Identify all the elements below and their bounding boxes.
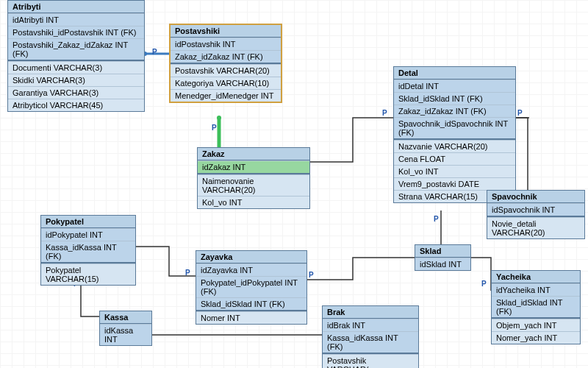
- entity-sklad[interactable]: Sklad idSklad INT: [415, 244, 471, 271]
- column-row: idSklad INT: [415, 258, 470, 270]
- entity-detal[interactable]: Detal idDetal INTSklad_idSklad INT (FK)Z…: [393, 66, 516, 203]
- column-row: Kassa_idKassa INT (FK): [41, 241, 135, 262]
- column-row: idAtribyti INT: [8, 13, 144, 26]
- column-row: Postavshiki_idPostavshik INT (FK): [8, 26, 144, 38]
- entity-title: Postavshiki: [171, 25, 281, 38]
- column-row: Sklad_idSklad INT (FK): [394, 92, 515, 105]
- p-label: P: [382, 109, 387, 117]
- column-row: Kol_vo INT: [394, 165, 515, 177]
- entity-title: Pokypatel: [41, 216, 135, 228]
- entity-zayavka[interactable]: Zayavka idZayavka INTPokypatel_idPokypat…: [196, 250, 307, 325]
- entity-title: Spavochnik: [487, 191, 584, 203]
- entity-kassa[interactable]: Kassa idKassa INT: [99, 311, 152, 346]
- entity-title: Kassa: [100, 311, 151, 324]
- entity-postavshiki[interactable]: Postavshiki idPostavshik INTZakaz_idZaka…: [169, 24, 282, 103]
- column-row: Sklad_idSklad INT (FK): [492, 296, 580, 317]
- p-label: P: [212, 124, 217, 132]
- column-row: Spavochnik_idSpavochnik INT (FK): [394, 117, 515, 138]
- column-row: Novie_detali VARCHAR(20): [487, 217, 584, 238]
- column-row: Zakaz_idZakaz INT (FK): [394, 105, 515, 117]
- column-row: idBrak INT: [323, 319, 418, 331]
- entity-spavochnik[interactable]: Spavochnik idSpavochnik INTNovie_detali …: [487, 190, 585, 239]
- p-label: P: [152, 48, 157, 56]
- column-row: Postavshik VARCHAR(...: [323, 354, 418, 368]
- column-row: Zakaz_idZakaz INT (FK): [171, 50, 281, 63]
- entity-brak[interactable]: Brak idBrak INTKassa_idKassa INT (FK)Pos…: [322, 305, 419, 368]
- column-row: Skidki VARCHAR(3): [8, 74, 144, 86]
- column-row: Nazvanie VARCHAR(20): [394, 140, 515, 152]
- column-row: idDetal INT: [394, 79, 515, 92]
- column-row: idSpavochnik INT: [487, 203, 584, 216]
- column-row: Documenti VARCHAR(3): [8, 61, 144, 74]
- column-row: Postavshik VARCHAR(20): [171, 64, 281, 77]
- column-row: Vrem9_postavki DATE: [394, 177, 515, 190]
- column-row: Kassa_idKassa INT (FK): [323, 331, 418, 353]
- column-row: idZakaz INT: [198, 160, 309, 173]
- entity-atribyti[interactable]: Atribyti idAtribyti INTPostavshiki_idPos…: [7, 0, 145, 112]
- column-row: Garantiya VARCHAR(3): [8, 86, 144, 99]
- p-label: P: [481, 280, 487, 288]
- entity-title: Sklad: [415, 245, 470, 258]
- column-row: Pokypatel VARCHAR(15): [41, 263, 135, 285]
- p-label: P: [517, 109, 523, 117]
- p-label: P: [185, 269, 190, 277]
- column-row: Cena FLOAT: [394, 152, 515, 165]
- entity-zakaz[interactable]: Zakaz idZakaz INTNaimenovanie VARCHAR(20…: [197, 147, 310, 209]
- p-label: P: [434, 215, 439, 223]
- p-label: P: [309, 271, 314, 279]
- column-row: Menedger_idMenedger INT: [171, 89, 281, 102]
- column-row: Naimenovanie VARCHAR(20): [198, 174, 309, 196]
- column-row: Nomer INT: [196, 311, 306, 324]
- column-row: Objem_yach INT: [492, 319, 580, 331]
- column-row: Pokypatel_idPokypatel INT (FK): [196, 276, 306, 297]
- column-row: Nomer_yach INT: [492, 331, 580, 344]
- entity-title: Yacheika: [492, 271, 580, 283]
- entity-yacheika[interactable]: Yacheika idYacheika INTSklad_idSklad INT…: [491, 270, 581, 344]
- entity-pokypatel[interactable]: Pokypatel idPokypatel INTKassa_idKassa I…: [40, 215, 136, 286]
- column-row: Postavshiki_Zakaz_idZakaz INT (FK): [8, 38, 144, 60]
- column-row: idZayavka INT: [196, 263, 306, 276]
- column-row: idYacheika INT: [492, 283, 580, 296]
- column-row: idKassa INT: [100, 324, 151, 345]
- column-row: idPokypatel INT: [41, 228, 135, 241]
- entity-title: Zakaz: [198, 148, 309, 160]
- column-row: Kategoriya VARCHAR(10): [171, 77, 281, 89]
- column-row: idPostavshik INT: [171, 38, 281, 50]
- column-row: Atribyticol VARCHAR(45): [8, 99, 144, 111]
- column-row: Kol_vo INT: [198, 196, 309, 208]
- entity-title: Detal: [394, 67, 515, 79]
- entity-title: Zayavka: [196, 251, 306, 263]
- column-row: Sklad_idSklad INT (FK): [196, 297, 306, 310]
- entity-title: Brak: [323, 306, 418, 319]
- entity-title: Atribyti: [8, 1, 144, 13]
